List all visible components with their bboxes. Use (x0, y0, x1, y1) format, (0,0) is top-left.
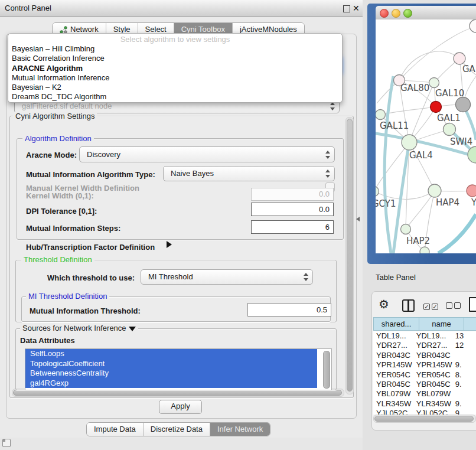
table-cell: 9. (452, 360, 476, 370)
network-node[interactable] (428, 184, 441, 197)
control-panel-title: Control Panel (5, 0, 51, 17)
float-panel-icon[interactable] (343, 5, 350, 12)
aracne-mode-combo[interactable]: Discovery (79, 146, 335, 162)
list-item-topologicalcoefficient[interactable]: TopologicalCoefficient (25, 359, 317, 369)
network-canvas[interactable]: GAL80GAL10GALGAL1GAL11SWI4GAL4GCY1HAP4YH… (376, 19, 476, 253)
table-cell: YDR27... (373, 341, 413, 350)
column-header-name[interactable]: name (419, 317, 464, 331)
network-node[interactable] (429, 78, 439, 88)
columns-icon[interactable] (402, 299, 415, 312)
table-row[interactable]: YER054CYER054C8. (373, 370, 476, 380)
table-horizontal-scrollbar[interactable] (373, 415, 476, 423)
table-cell: YLR345W (373, 399, 413, 409)
node-label: SWI4 (450, 136, 472, 147)
collapse-arrow-icon[interactable] (129, 327, 136, 331)
node-label: GAL11 (380, 120, 409, 131)
network-node[interactable] (401, 224, 411, 234)
table-cell: YDL19... (413, 331, 452, 341)
table-header-row: shared...name (373, 317, 476, 331)
aracne-mode-label: Aracne Mode: (26, 151, 77, 159)
table-cell: YPR145W (413, 360, 452, 370)
network-node[interactable] (376, 110, 386, 120)
table-cell: YDL19... (373, 331, 413, 341)
tab-label: Discretize Data (151, 423, 203, 436)
network-node[interactable] (470, 19, 476, 32)
dropdown-item-bayesian-hill-climbing[interactable]: Bayesian – Hill Climbing (8, 44, 342, 54)
network-node[interactable] (454, 53, 465, 64)
kernel-width-field[interactable]: 0.0 (251, 188, 334, 201)
column-header-shared[interactable]: shared... (373, 317, 419, 331)
dropdown-item-mutual-information-inference[interactable]: Mutual Information Inference (8, 73, 342, 83)
apply-button[interactable]: Apply (159, 400, 202, 414)
mi-threshold-field[interactable]: 0.5 (247, 303, 331, 317)
combo-stepper-icon (325, 151, 330, 159)
network-node[interactable] (456, 97, 471, 112)
minimized-panel-icon[interactable] (2, 439, 11, 447)
network-edge (438, 214, 476, 253)
dropdown-prompt: Select algorithm to view settings (8, 35, 342, 44)
table-cell: 9 (452, 409, 476, 415)
gear-icon[interactable]: ⚙ (379, 297, 389, 311)
table-row[interactable]: YPR145WYPR145W9. (373, 360, 476, 370)
which-threshold-value: MI Threshold (148, 270, 298, 284)
unchecked-boxes-icon[interactable] (446, 302, 462, 311)
checked-boxes-icon[interactable]: ✓✓ (423, 302, 440, 311)
table-row[interactable]: YDR27...YDR27...12 (373, 341, 476, 350)
threshold-definition-title: Threshold Definition (21, 256, 94, 263)
table-row[interactable]: YBR043CYBR043C (373, 351, 476, 360)
network-node[interactable] (444, 123, 456, 136)
table-row[interactable]: YBR045CYBR045C9. (373, 380, 476, 389)
list-item-gal4rgexp[interactable]: gal4RGexp (25, 379, 317, 389)
table-row[interactable]: YBL079WYBL079W (373, 389, 476, 399)
dropdown-item-aracne-algorithm[interactable]: ARACNE Algorithm (8, 64, 342, 73)
dropdown-item-dream8-dc-tdc-algorithm[interactable]: Dream8 DC_TDC Algorithm (8, 92, 342, 102)
tab-discretize-data[interactable]: Discretize Data (143, 423, 210, 436)
table-row[interactable]: YLR345WYLR345W9. (373, 399, 476, 409)
mi-steps-label: Mutual Information Steps: (26, 224, 120, 233)
close-icon[interactable]: ✕ (353, 4, 360, 13)
table-row[interactable]: YJL052CYJL052C9 (373, 409, 476, 415)
combo-stepper-icon (330, 102, 335, 110)
combo-stepper-icon (325, 169, 330, 178)
table-cell: 9. (452, 399, 476, 409)
node-label: HAP2 (406, 236, 430, 246)
list-item-betweennesscentrality[interactable]: BetweennessCentrality (25, 369, 317, 379)
dropdown-item-basic-correlation-inference[interactable]: Basic Correlation Inference (8, 54, 342, 63)
list-item-selfloops[interactable]: SelfLoops (25, 349, 317, 359)
control-panel-window: Control Panel ✕ NetworkStyleSelectCyni T… (0, 0, 363, 438)
data-attributes-list[interactable]: SelfLoopsTopologicalCoefficientBetweenne… (25, 348, 332, 390)
mi-steps-field[interactable]: 6 (251, 220, 334, 234)
column-header-extra[interactable] (464, 317, 476, 331)
settings-vertical-scrollbar[interactable] (345, 117, 354, 394)
table-cell: YBL079W (373, 389, 413, 399)
mi-type-combo[interactable]: Naive Bayes (163, 166, 335, 181)
zoom-traffic-light[interactable] (403, 9, 412, 18)
aracne-mode-value: Discovery (87, 147, 320, 162)
tab-infer-network[interactable]: Infer Network (210, 423, 270, 436)
minimize-traffic-light[interactable] (392, 9, 400, 18)
node-label: HAP4 (436, 197, 459, 208)
network-node[interactable] (467, 185, 476, 197)
network-node[interactable] (420, 247, 429, 253)
cyni-settings-title: Cyni Algorithm Settings (13, 112, 97, 120)
dropdown-item-bayesian-k2[interactable]: Bayesian – K2 (8, 83, 342, 92)
file-icon[interactable] (469, 297, 476, 312)
network-node[interactable] (431, 102, 442, 113)
splitter-collapse-icon[interactable] (356, 217, 360, 221)
table-cell: YBR043C (373, 351, 413, 360)
table-cell: YBR045C (373, 380, 413, 389)
table-row[interactable]: YDL19...YDL19...13 (373, 331, 476, 341)
list-scrollbar[interactable] (323, 351, 330, 389)
close-traffic-light[interactable] (380, 9, 389, 18)
node-label: GAL80 (400, 83, 429, 93)
expand-arrow-icon[interactable] (167, 241, 172, 248)
tab-impute-data[interactable]: Impute Data (87, 423, 143, 436)
network-window-titlebar[interactable] (376, 6, 476, 20)
dpi-tolerance-field[interactable]: 0.0 (251, 203, 334, 216)
table-cell: YPR145W (373, 360, 413, 370)
table-cell: 8. (452, 370, 476, 380)
dpi-tolerance-label: DPI Tolerance [0,1]: (26, 207, 97, 216)
network-node[interactable] (376, 187, 379, 197)
which-threshold-combo[interactable]: MI Threshold (141, 269, 313, 285)
network-node[interactable] (402, 135, 417, 150)
